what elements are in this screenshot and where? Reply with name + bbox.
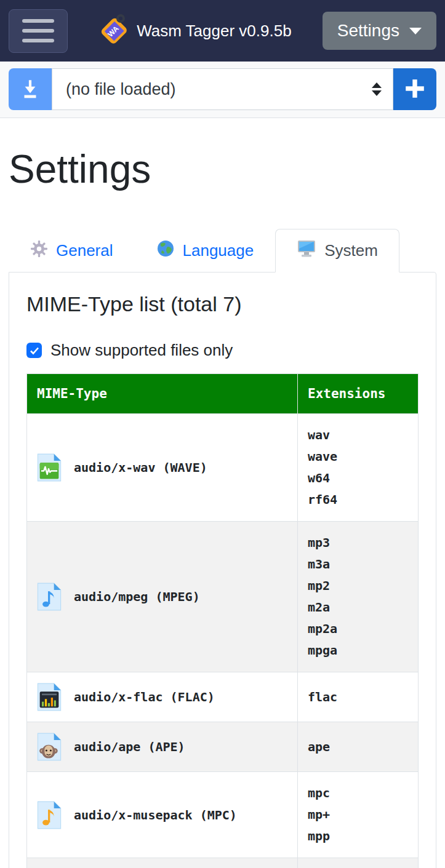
show-supported-row[interactable]: Show supported files only — [26, 341, 419, 360]
mime-type-label: audio/mpeg (MPEG) — [74, 589, 200, 604]
extension: mp2 — [308, 575, 408, 597]
extension: mp2a — [308, 618, 408, 640]
extension: flac — [308, 687, 408, 708]
settings-tabs: General Language System — [9, 229, 436, 272]
checkbox-label: Show supported files only — [50, 341, 233, 360]
extension: m2a — [308, 597, 408, 618]
mime-type-label: audio/x-flac (FLAC) — [74, 690, 215, 704]
caret-down-icon — [409, 28, 422, 34]
panel-title: MIME-Type list (total 7) — [26, 292, 419, 316]
mime-type-label: audio/ape (APE) — [74, 739, 185, 754]
extensions-cell: mpcmp+mpp — [298, 772, 419, 858]
download-icon — [18, 77, 42, 102]
extension: m3a — [308, 554, 408, 575]
monitor-icon — [297, 239, 316, 262]
extension: wave — [308, 446, 408, 468]
file-loader-bar: (no file loaded) — [0, 62, 445, 118]
file-select[interactable]: (no file loaded) — [52, 68, 393, 110]
app-logo-icon: WA — [98, 13, 129, 49]
musepack-file-icon — [37, 801, 62, 829]
plus-icon — [403, 77, 427, 102]
wav-file-icon — [37, 453, 62, 482]
extension: rf64 — [308, 489, 408, 511]
table-row: audio/ape (APE) ape — [27, 722, 419, 772]
app-title: Wasm Tagger v0.9.5b — [137, 22, 291, 41]
main-content: Settings General Language System MIME-Ty… — [0, 146, 445, 868]
extension: mp+ — [308, 804, 408, 826]
tab-system[interactable]: System — [275, 229, 399, 273]
extensions-cell: ape — [298, 722, 419, 772]
navbar: WA Wasm Tagger v0.9.5b Settings — [0, 0, 445, 62]
system-panel: MIME-Type list (total 7) Show supported … — [9, 272, 436, 868]
extensions-cell: wavwavew64rf64 — [298, 414, 419, 522]
tab-language[interactable]: Language — [135, 229, 276, 273]
settings-dropdown-button[interactable]: Settings — [323, 12, 436, 50]
hamburger-menu-button[interactable] — [9, 9, 68, 53]
file-select-value: (no file loaded) — [66, 80, 176, 99]
mime-table-body: audio/x-wav (WAVE) wavwavew64rf64 audio/… — [27, 414, 419, 868]
check-icon — [29, 345, 40, 356]
table-header-row: MIME-Type Extensions — [27, 374, 419, 414]
extensions-cell: mp3m3amp2m2amp2ampga — [298, 522, 419, 672]
header-mime-type: MIME-Type — [27, 374, 298, 414]
extension: mpc — [308, 782, 408, 804]
extensions-cell: wv — [298, 858, 419, 868]
extensions-cell: flac — [298, 672, 419, 722]
mime-type-table: MIME-Type Extensions audio/x-wav (WAVE) … — [26, 373, 419, 868]
select-caret-icon — [372, 82, 382, 96]
ape-file-icon — [37, 733, 62, 761]
extension: w64 — [308, 468, 408, 489]
page-title: Settings — [9, 146, 436, 192]
extension: wav — [308, 424, 408, 446]
gear-icon — [30, 240, 48, 262]
extension: mpga — [308, 640, 408, 661]
table-row: audio/wavpack (WV) wv — [27, 858, 419, 868]
flac-file-icon — [37, 683, 62, 711]
mime-type-label: audio/x-musepack (MPC) — [74, 808, 237, 822]
globe-icon — [156, 239, 175, 262]
extension: ape — [308, 736, 408, 758]
show-supported-checkbox[interactable] — [26, 343, 42, 358]
brand: WA Wasm Tagger v0.9.5b — [98, 13, 291, 49]
table-row: audio/x-wav (WAVE) wavwavew64rf64 — [27, 414, 419, 522]
download-file-button[interactable] — [9, 68, 52, 110]
extension: mp3 — [308, 532, 408, 554]
extension: mpp — [308, 826, 408, 847]
header-extensions: Extensions — [298, 374, 419, 414]
table-row: audio/mpeg (MPEG) mp3m3amp2m2amp2ampga — [27, 522, 419, 672]
tab-general[interactable]: General — [9, 229, 135, 273]
mpeg-file-icon — [37, 583, 62, 611]
add-file-button[interactable] — [393, 68, 436, 110]
table-row: audio/x-flac (FLAC) flac — [27, 672, 419, 722]
table-row: audio/x-musepack (MPC) mpcmp+mpp — [27, 772, 419, 858]
mime-type-label: audio/x-wav (WAVE) — [74, 460, 207, 475]
